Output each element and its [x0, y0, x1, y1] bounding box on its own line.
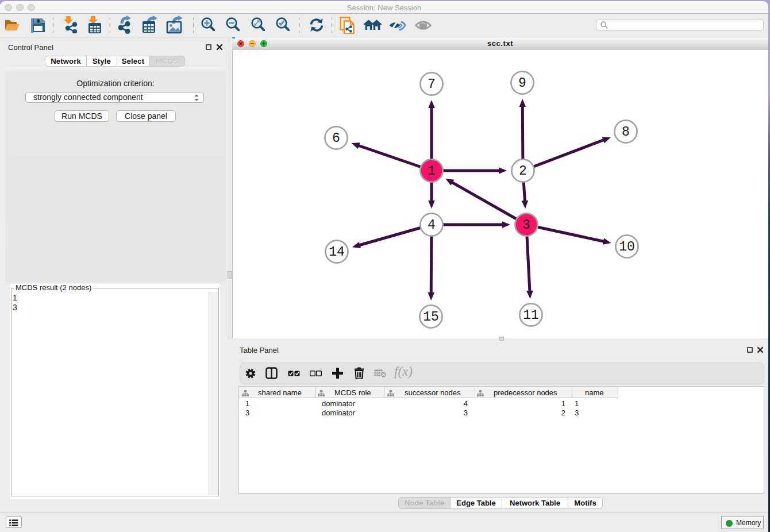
svg-text:7: 7 [428, 77, 436, 92]
svg-text:9: 9 [518, 76, 526, 91]
svg-text:8: 8 [622, 125, 630, 140]
svg-text:4: 4 [428, 218, 436, 233]
svg-text:6: 6 [332, 131, 340, 146]
svg-text:15: 15 [423, 310, 439, 325]
svg-text:2: 2 [519, 164, 527, 179]
svg-text:1: 1 [428, 164, 436, 179]
svg-text:3: 3 [522, 218, 530, 233]
svg-text:14: 14 [329, 245, 345, 260]
svg-text:10: 10 [619, 240, 635, 255]
svg-text:11: 11 [523, 308, 539, 323]
